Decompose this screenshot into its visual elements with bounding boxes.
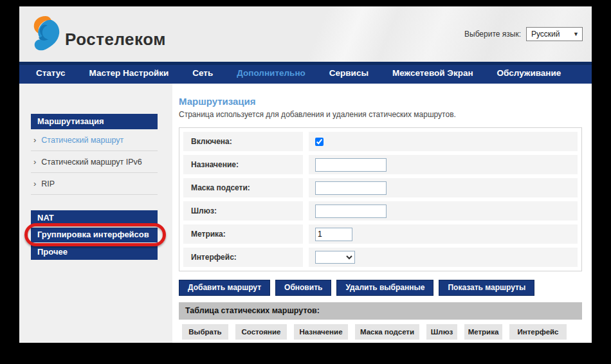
column-header-metric: Метрика <box>464 324 502 340</box>
sidebar-item-static-route[interactable]: › Статический маршрут <box>31 129 158 151</box>
sidebar-section-nat[interactable]: NAT <box>31 210 158 226</box>
enabled-checkbox[interactable] <box>315 138 324 146</box>
nav-item-wizard[interactable]: Мастер Настройки <box>89 68 169 78</box>
sidebar-section-interface-grouping[interactable]: Группировка интерфейсов <box>31 228 158 242</box>
language-select[interactable]: Русский ▼ <box>526 27 583 41</box>
sidebar-routing-links: › Статический маршрут › Статический марш… <box>31 129 158 195</box>
nav-item-status[interactable]: Статус <box>36 68 66 78</box>
table-header-row: Выбрать Состояние Назначение Маска подсе… <box>179 324 582 340</box>
column-header-state: Состояние <box>235 324 287 340</box>
static-route-form: Включена: Назначение: Маска подсети: <box>179 127 582 271</box>
form-row-gateway: Шлюз: <box>183 201 578 221</box>
delete-selected-button[interactable]: Удалить выбранные <box>336 280 433 296</box>
column-header-select: Выбрать <box>182 324 228 340</box>
page-header: Ростелеком Выберите язык: Русский ▼ <box>19 6 592 62</box>
arrow-right-icon: › <box>33 181 36 187</box>
form-row-subnet-mask: Маска подсети: <box>183 178 578 197</box>
sidebar: Маршрутизация › Статический маршрут › Ст… <box>19 84 172 343</box>
main-nav: Статус Мастер Настройки Сеть Дополнитель… <box>19 62 592 84</box>
column-header-subnet-mask: Маска подсети <box>355 324 419 340</box>
table-title: Таблица статических маршрутов: <box>179 302 582 320</box>
nav-item-advanced[interactable]: Дополнительно <box>237 68 306 78</box>
language-selected-value: Русский <box>531 30 560 39</box>
form-row-enabled: Включена: <box>183 132 578 151</box>
nav-item-maintenance[interactable]: Обслуживание <box>497 68 561 78</box>
column-header-gateway: Шлюз <box>426 324 457 340</box>
sidebar-item-static-route-ipv6[interactable]: › Статический маршрут IPv6 <box>31 151 158 173</box>
column-header-interface: Интерфейс <box>509 324 567 340</box>
form-actions: Добавить маршрут Обновить Удалить выбран… <box>179 280 592 296</box>
rostelecom-logo: Ростелеком <box>30 14 166 54</box>
show-routes-button[interactable]: Показать маршруты <box>439 280 534 296</box>
form-row-destination: Назначение: <box>183 155 578 174</box>
form-row-metric: Метрика: <box>183 224 578 244</box>
subnet-mask-field[interactable] <box>315 181 387 195</box>
page-description: Страница используется для добавления и у… <box>179 110 592 119</box>
add-route-button[interactable]: Добавить маршрут <box>179 280 270 296</box>
main-content: Маршрутизация Страница используется для … <box>172 84 592 343</box>
arrow-right-icon: › <box>33 159 36 165</box>
refresh-button[interactable]: Обновить <box>275 280 331 296</box>
sidebar-item-rip[interactable]: › RIP <box>31 173 158 195</box>
interface-select[interactable] <box>315 251 355 264</box>
sidebar-section-routing[interactable]: Маршрутизация <box>31 114 158 129</box>
destination-field[interactable] <box>315 158 387 172</box>
page-title: Маршрутизация <box>179 96 592 107</box>
metric-field[interactable] <box>315 228 352 241</box>
arrow-right-icon: › <box>33 137 36 143</box>
router-admin-page: Ростелеком Выберите язык: Русский ▼ Стат… <box>19 6 592 343</box>
language-label: Выберите язык: <box>464 30 521 39</box>
chevron-down-icon: ▼ <box>573 31 579 37</box>
nav-item-firewall[interactable]: Межсетевой Экран <box>392 68 473 78</box>
gateway-field[interactable] <box>315 205 387 218</box>
sidebar-section-other[interactable]: Прочее <box>31 244 158 260</box>
column-header-destination: Назначение <box>294 324 348 340</box>
nav-item-services[interactable]: Сервисы <box>329 68 369 78</box>
static-routes-table: Таблица статических маршрутов: Выбрать С… <box>179 302 582 340</box>
language-area: Выберите язык: Русский ▼ <box>464 27 583 41</box>
form-row-interface: Интерфейс: <box>183 248 578 267</box>
rostelecom-logo-icon <box>30 14 60 54</box>
nav-item-network[interactable]: Сеть <box>192 68 213 78</box>
logo-wordmark: Ростелеком <box>65 30 166 50</box>
